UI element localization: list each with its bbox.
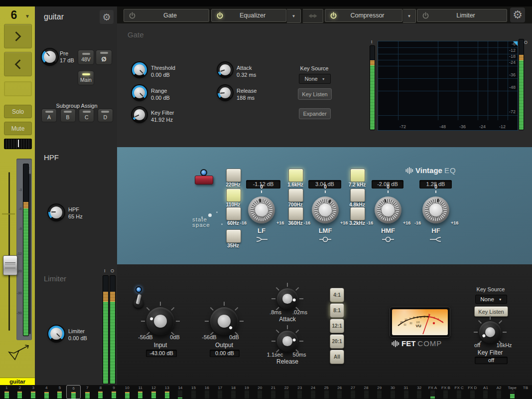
eq-lmf-freq-button-360Hz[interactable] bbox=[288, 207, 303, 220]
channel-select-a1[interactable]: A1 bbox=[479, 385, 493, 399]
tab-compressor[interactable]: Compressor bbox=[325, 9, 402, 22]
scene-box[interactable] bbox=[4, 81, 32, 96]
subgroup-d-button[interactable]: D bbox=[98, 109, 113, 122]
eq-hmf-freq-button-4.8kHz[interactable] bbox=[350, 189, 365, 202]
channel-select-23[interactable]: 23 bbox=[293, 385, 306, 399]
comp-attack-knob[interactable] bbox=[277, 288, 298, 309]
channel-select-tb[interactable]: TB bbox=[519, 385, 532, 399]
gate-attack-knob[interactable] bbox=[218, 62, 233, 77]
power-icon[interactable] bbox=[216, 12, 224, 19]
eq-lf-freq-button-60Hz[interactable] bbox=[226, 207, 241, 220]
channel-dropdown-icon[interactable]: ▼ bbox=[25, 13, 30, 19]
channel-select-fx-a[interactable]: FX A bbox=[426, 385, 439, 399]
channel-select-25[interactable]: 25 bbox=[320, 385, 333, 399]
eq-lf-freq-button-220Hz[interactable] bbox=[226, 169, 241, 182]
channel-select-1[interactable]: 1 bbox=[0, 385, 13, 399]
swap-button[interactable] bbox=[302, 9, 323, 23]
channel-select-27[interactable]: 27 bbox=[346, 385, 360, 399]
gate-range-knob[interactable] bbox=[132, 85, 147, 100]
channel-select-31[interactable]: 31 bbox=[399, 385, 413, 399]
channel-select-30[interactable]: 30 bbox=[386, 385, 399, 399]
comp-keysource-dropdown[interactable]: None▼ bbox=[475, 295, 507, 304]
channel-select-5[interactable]: 5 bbox=[53, 385, 67, 399]
eq-lf-freq-button-35Hz[interactable] bbox=[226, 229, 241, 243]
eq-hmf-knob[interactable] bbox=[375, 197, 401, 223]
eq-lmf-freq-button-1.6kHz[interactable] bbox=[288, 169, 303, 182]
preamp-gain-knob[interactable] bbox=[42, 49, 58, 65]
pan-control[interactable] bbox=[4, 139, 32, 149]
channel-select-11[interactable]: 11 bbox=[134, 385, 147, 399]
gate-keylisten-button[interactable]: Key Listen bbox=[298, 88, 332, 100]
power-icon[interactable] bbox=[129, 12, 136, 19]
eq-lf-freq-button-110Hz[interactable] bbox=[226, 189, 241, 202]
channel-select-26[interactable]: 26 bbox=[333, 385, 346, 399]
fader-handle[interactable] bbox=[3, 255, 17, 275]
channel-name-tag[interactable]: guitar bbox=[0, 378, 35, 386]
gate-expander-button[interactable]: Expander bbox=[299, 108, 331, 119]
gate-keysource-dropdown[interactable]: None▼ bbox=[299, 74, 331, 84]
ratio-button-20-1[interactable]: 20:1 bbox=[330, 334, 344, 349]
channel-settings-gear-icon[interactable]: ⚙ bbox=[100, 10, 114, 24]
next-channel-button[interactable] bbox=[4, 24, 32, 48]
power-icon[interactable] bbox=[330, 12, 337, 19]
channel-select-13[interactable]: 13 bbox=[160, 385, 174, 399]
subgroup-c-button[interactable]: C bbox=[79, 109, 94, 122]
limiter-knob[interactable] bbox=[48, 326, 64, 342]
tab-gate[interactable]: Gate bbox=[124, 9, 209, 22]
gate-keyfilter-knob[interactable] bbox=[132, 107, 147, 122]
channel-select-9[interactable]: 9 bbox=[107, 385, 121, 399]
channel-select-29[interactable]: 29 bbox=[373, 385, 386, 399]
channel-select-a2[interactable]: A2 bbox=[492, 385, 506, 399]
channel-select-24[interactable]: 24 bbox=[306, 385, 320, 399]
eq-lmf-freq-button-700Hz[interactable] bbox=[288, 189, 303, 202]
comp-keyfilter-knob[interactable] bbox=[479, 321, 501, 343]
channel-select-10[interactable]: 10 bbox=[121, 385, 134, 399]
channel-select-15[interactable]: 15 bbox=[187, 385, 200, 399]
fat-channel-gear-icon[interactable]: ⚙ bbox=[510, 7, 525, 22]
gate-release-knob[interactable] bbox=[218, 85, 233, 100]
eq-lf-knob[interactable] bbox=[248, 197, 275, 223]
channel-select-14[interactable]: 14 bbox=[174, 385, 187, 399]
channel-select-18[interactable]: 18 bbox=[227, 385, 240, 399]
channel-select-tape[interactable]: Tape bbox=[506, 385, 519, 399]
channel-select-20[interactable]: 20 bbox=[253, 385, 266, 399]
channel-number[interactable]: 6 bbox=[6, 8, 22, 22]
channel-select-8[interactable]: 8 bbox=[94, 385, 108, 399]
channel-select-4[interactable]: 4 bbox=[40, 385, 53, 399]
phantom-48v-button[interactable]: 48V bbox=[78, 50, 94, 65]
power-icon[interactable] bbox=[422, 12, 429, 19]
channel-select-19[interactable]: 19 bbox=[240, 385, 254, 399]
compressor-model-dropdown[interactable]: ▼ bbox=[402, 9, 416, 23]
eq-power-rocker-switch[interactable] bbox=[195, 176, 213, 185]
ratio-button-8-1[interactable]: 8:1 bbox=[330, 303, 344, 318]
channel-select-7[interactable]: 7 bbox=[81, 385, 94, 399]
channel-select-fx-b[interactable]: FX B bbox=[439, 385, 453, 399]
channel-select-21[interactable]: 21 bbox=[266, 385, 280, 399]
prev-channel-button[interactable] bbox=[4, 52, 32, 76]
mute-button[interactable]: Mute bbox=[4, 122, 32, 135]
phase-invert-button[interactable]: Ø bbox=[96, 50, 112, 65]
channel-select-17[interactable]: 17 bbox=[214, 385, 227, 399]
comp-keylisten-button[interactable]: Key Listen bbox=[474, 306, 508, 317]
tab-equalizer[interactable]: Equalizer bbox=[211, 9, 286, 22]
subgroup-b-button[interactable]: B bbox=[60, 109, 76, 122]
channel-select-fx-d[interactable]: FX D bbox=[466, 385, 479, 399]
gate-threshold-knob[interactable] bbox=[132, 62, 147, 77]
channel-select-6[interactable]: 6 bbox=[66, 385, 81, 399]
main-assign-button[interactable]: Main bbox=[78, 71, 94, 85]
channel-select-fx-c[interactable]: FX C bbox=[452, 385, 466, 399]
channel-select-16[interactable]: 16 bbox=[200, 385, 214, 399]
channel-select-28[interactable]: 28 bbox=[360, 385, 373, 399]
tab-limiter[interactable]: Limiter bbox=[417, 9, 507, 22]
comp-power-toggle[interactable] bbox=[132, 294, 145, 308]
equalizer-model-dropdown[interactable]: ▼ bbox=[286, 9, 301, 23]
channel-select-3[interactable]: 3 bbox=[26, 385, 40, 399]
solo-button[interactable]: Solo bbox=[4, 105, 32, 118]
eq-hf-knob[interactable] bbox=[422, 197, 449, 223]
subgroup-a-button[interactable]: A bbox=[41, 109, 57, 122]
eq-hmf-freq-button-3.2kHz[interactable] bbox=[350, 207, 365, 220]
comp-output-knob[interactable] bbox=[210, 307, 238, 335]
eq-hmf-freq-button-7.2kHz[interactable] bbox=[350, 169, 365, 182]
channel-select-22[interactable]: 22 bbox=[280, 385, 293, 399]
comp-input-knob[interactable] bbox=[146, 307, 174, 335]
